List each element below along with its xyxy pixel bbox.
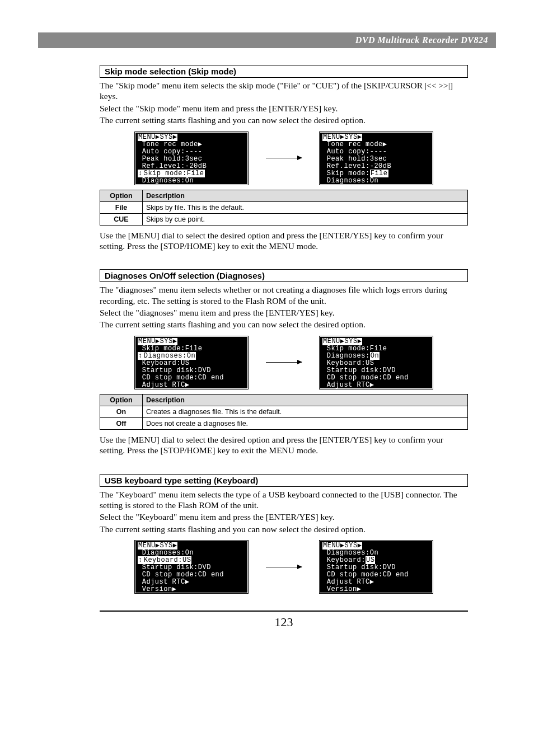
section-title-keyboard: USB keyboard type setting (Keyboard) [100,474,468,487]
lcd-screen-left: MENU▶SYS▶ Skip mode:File ↕Diagnoses:On K… [134,336,249,389]
section3-p1: The "Keyboard" menu item selects the typ… [100,489,468,511]
section3-p3: The current setting starts flashing and … [100,524,468,534]
section3-p2: Select the "Keyboard" menu item and pres… [100,511,468,522]
arrow-icon [264,158,303,158]
section1-p2: Select the "Skip mode" menu item and pre… [100,103,468,114]
section-title-skip-mode: Skip mode selection (Skip mode) [100,65,468,78]
lcd-screen-right: MENU▶SYS▶ Tone rec mode▶ Auto copy:---- … [319,132,433,185]
lcd-screen-left: MENU▶SYS▶ Diagnoses:On ↕Keyboard:US Star… [134,540,249,594]
section2-confirm: Use the [MENU] dial to select the desire… [100,434,468,456]
page-number: 123 [100,611,468,630]
section3-lcd-row: MENU▶SYS▶ Diagnoses:On ↕Keyboard:US Star… [100,540,468,594]
section1-options-table: OptionDescription FileSkips by file. Thi… [100,190,468,226]
page-content: Skip mode selection (Skip mode) The "Ski… [38,65,496,594]
lcd-screen-left: MENU▶SYS▶ Tone rec mode▶ Auto copy:---- … [134,132,249,185]
header-title: DVD Multitrack Recorder DV824 [355,35,488,45]
section2-p3: The current setting starts flashing and … [100,319,468,330]
header-bar: DVD Multitrack Recorder DV824 [38,32,496,48]
section2-options-table: OptionDescription OnCreates a diagnoses … [100,394,468,430]
lcd-screen-right: MENU▶SYS▶ Skip mode:File Diagnoses:On Ke… [319,336,433,389]
arrow-icon [264,362,303,363]
section2-p2: Select the "diagnoses" menu item and pre… [100,307,468,318]
arrow-icon [264,567,303,567]
section2-p1: The "diagnoses" menu item selects whethe… [100,284,468,306]
section-title-diagnoses: Diagnoses On/Off selection (Diagnoses) [100,269,468,282]
section1-lcd-row: MENU▶SYS▶ Tone rec mode▶ Auto copy:---- … [100,132,468,185]
section2-lcd-row: MENU▶SYS▶ Skip mode:File ↕Diagnoses:On K… [100,336,468,389]
section1-p1: The "Skip mode" menu item selects the sk… [100,80,468,102]
section1-confirm: Use the [MENU] dial to select the desire… [100,230,468,252]
section1-p3: The current setting starts flashing and … [100,115,468,125]
lcd-screen-right: MENU▶SYS▶ Diagnoses:On Keyboard:US Start… [319,540,433,594]
